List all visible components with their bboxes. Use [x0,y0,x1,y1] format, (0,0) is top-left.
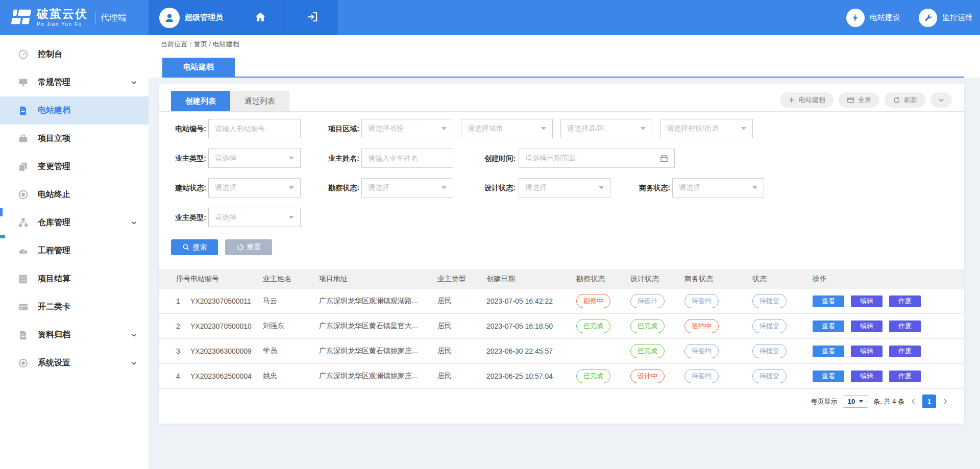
sidebar-item-general-mgmt[interactable]: 常规管理 [0,68,149,96]
void-button[interactable]: 作废 [889,371,921,382]
fullscreen-button[interactable]: 全屏 [839,92,879,108]
sidebar-item-console[interactable]: 控制台 [0,40,149,68]
tab-passed-list[interactable]: 通过列表 [230,91,289,111]
tab-create-list[interactable]: 创建列表 [171,91,230,111]
view-button[interactable]: 查看 [813,320,844,332]
station-code-label: 电站编号: [165,119,206,138]
sidebar-item-system-settings[interactable]: 系统设置 [0,349,149,377]
calculator-icon [17,274,29,285]
row-actions: 查看 编辑 作废 [813,295,964,307]
dashboard-icon [17,49,29,60]
created-time-label: 创建时间: [475,149,516,168]
sidebar-item-data-archive[interactable]: 资料归档 [0,321,149,349]
page-size-select[interactable]: 10 [843,395,868,408]
add-station-button[interactable]: 电站建档 [780,92,834,108]
plus-icon [788,96,795,104]
created-date: 2023-06-30 22:45:57 [486,347,576,355]
owner-type-select[interactable]: 请选择 [208,149,301,168]
table-row: 1 YX2023070500011 马云 广东深圳龙华区观澜镇观湖路... 居民… [159,289,964,314]
edit-button[interactable]: 编辑 [851,371,883,382]
scrollbar-fragment [0,208,3,216]
page-number-button[interactable]: 1 [922,394,936,408]
project-address: 广东深圳龙华区观澜镇观湖路... [319,297,437,306]
void-button[interactable]: 作废 [889,320,921,332]
edit-button[interactable]: 编辑 [851,345,883,357]
fullscreen-icon [847,96,854,104]
town-select[interactable]: 请选择村镇/街道 [660,119,753,138]
sidebar-item-station-termination[interactable]: 电站终止 [0,181,149,209]
copy-icon [17,161,29,172]
owner-type2-select[interactable]: 请选择 [208,208,301,227]
gauge-icon [17,245,29,257]
logout-button[interactable] [286,0,338,35]
view-button[interactable]: 查看 [813,295,844,307]
refresh-button[interactable]: 刷新 [885,92,925,108]
void-button[interactable]: 作废 [889,345,921,357]
design-status-badge: 已完成 [630,344,665,358]
county-select[interactable]: 请选择县/区 [560,119,652,138]
divider [95,11,95,24]
list-tabs: 创建列表 通过列表 [171,91,289,111]
brand-text: 破茧云伏 Po Jian Yun Fu [37,8,88,27]
chevron-right-icon [941,398,949,405]
caret-down-icon [289,157,294,160]
business-status-select[interactable]: 请选择 [672,178,764,198]
logout-icon [306,11,318,25]
edit-button[interactable]: 编辑 [851,320,883,332]
edit-button[interactable]: 编辑 [851,295,883,307]
next-page-button[interactable] [941,398,949,405]
content-header [149,35,980,78]
nav-station-construction[interactable]: 电站建设 [846,9,900,27]
tab-underline [162,77,964,78]
project-address: 广东深圳龙华区黄石镇姚家庄... [319,347,437,356]
survey-status-label: 勘察状态: [318,178,359,198]
home-button[interactable] [234,0,286,35]
sidebar-item-change-mgmt[interactable]: 变更管理 [0,153,149,181]
sidebar-item-station-archive[interactable]: 电站建档 [0,96,149,125]
chevron-down-icon [131,332,137,338]
station-code-input[interactable] [208,119,301,138]
page-tab-station-archive[interactable]: 电站建档 [162,58,235,77]
row-actions: 查看 编辑 作废 [813,345,964,357]
design-status-select[interactable]: 请选择 [519,178,610,198]
view-button[interactable]: 查看 [813,371,844,382]
sidebar-item-type2-card[interactable]: 开二类卡 [0,293,149,321]
user-menu[interactable]: 超级管理员 [149,0,234,35]
chevron-down-icon [131,360,137,366]
pagination: 每页显示 10 条, 共 4 条 1 [811,394,949,408]
collapse-button[interactable] [930,92,952,108]
reset-button[interactable]: 重置 [225,239,272,255]
owner-name: 刘强东 [263,322,319,331]
nav-monitoring-ops[interactable]: 监控运维 [919,9,973,27]
created-date: 2023-07-05 16:18:50 [486,322,576,330]
region-label: 项目区域: [318,119,359,138]
caret-down-icon [541,127,546,130]
breadcrumb: 当前位置：首页 / 电站建档 [161,40,239,49]
build-status-select[interactable]: 请选择 [208,178,301,198]
city-select[interactable]: 请选择城市 [461,119,553,138]
sidebar-item-project-settlement[interactable]: 项目结算 [0,265,149,293]
sidebar-item-warehouse-mgmt[interactable]: 仓库管理 [0,209,149,237]
date-range-picker[interactable]: 请选择日期范围 [519,149,675,168]
survey-status-badge: 已完成 [576,319,610,333]
sidebar-item-project-initiation[interactable]: 项目立项 [0,125,149,153]
business-status-badge: 待签约 [684,369,719,383]
owner-type: 居民 [437,372,486,381]
prev-page-button[interactable] [910,398,917,405]
province-select[interactable]: 请选择省份 [361,119,453,138]
search-button[interactable]: 搜索 [171,239,218,255]
view-button[interactable]: 查看 [813,345,844,357]
station-code: YX2023063000009 [190,347,263,355]
status-badge: 待提交 [752,294,787,308]
sidebar: 控制台 常规管理 电站建档 [0,35,149,469]
survey-status-select[interactable]: 请选择 [361,178,453,198]
void-button[interactable]: 作废 [889,295,921,307]
tabs-divider [159,111,964,112]
chevron-down-icon [131,79,137,86]
refresh-icon [893,96,900,104]
project-address: 广东深圳龙华区观澜镇姚家庄... [319,372,437,381]
status-badge: 待提交 [752,319,787,333]
survey-status-badge: 已完成 [576,369,610,383]
owner-name-input[interactable] [361,149,453,168]
sidebar-item-engineering-mgmt[interactable]: 工程管理 [0,237,149,265]
